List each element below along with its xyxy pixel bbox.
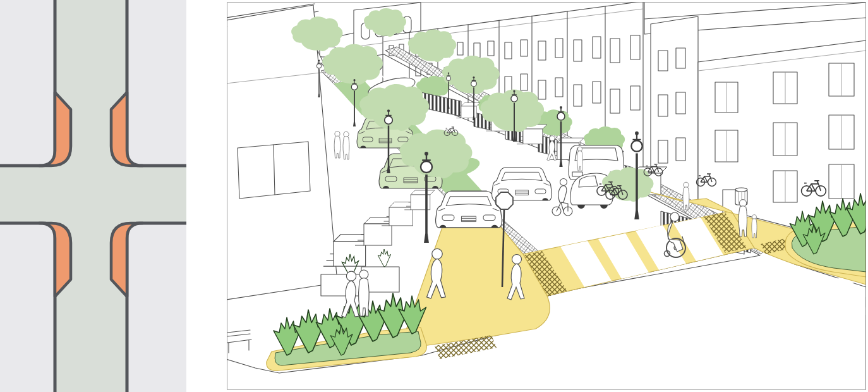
sidewalk-block-top-left (0, 0, 55, 166)
sidewalk-block-top-right (127, 0, 186, 166)
curb-extension-plan-diagram (0, 0, 186, 392)
street-perspective-illustration (226, 1, 867, 391)
figure-canvas (0, 0, 868, 392)
sidewalk-block-bottom-right (127, 223, 186, 392)
sidewalk-block-bottom-left (0, 223, 55, 392)
